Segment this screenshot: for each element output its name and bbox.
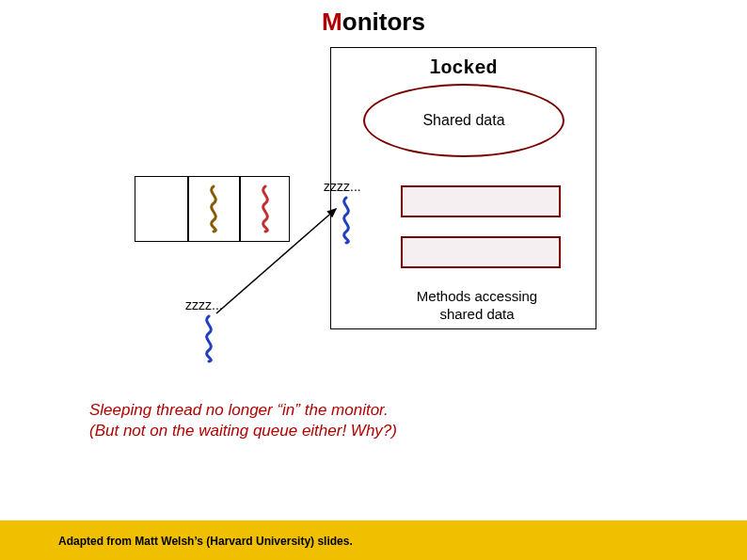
methods-caption: Methods accessing shared data <box>383 288 571 324</box>
footer-attribution: Adapted from Matt Welsh’s (Harvard Unive… <box>58 535 353 548</box>
shared-data-ellipse: Shared data <box>363 84 564 157</box>
arrow-sleeping-thread <box>212 205 348 318</box>
svg-line-0 <box>216 209 336 313</box>
slide-title: Monitors <box>0 8 747 37</box>
method-slot-1 <box>401 185 561 217</box>
explanation-text: Sleeping thread no longer “in” the monit… <box>89 400 397 441</box>
locked-label: locked <box>331 57 596 79</box>
title-rest: onitors <box>342 8 425 36</box>
waiting-queue-divider-1 <box>187 177 189 241</box>
explanation-line1: Sleeping thread no longer “in” the monit… <box>89 401 389 419</box>
title-prefix: M <box>322 8 342 36</box>
methods-caption-line2: shared data <box>439 306 514 322</box>
shared-data-label: Shared data <box>422 112 504 129</box>
monitor-box: locked Shared data Methods accessing sha… <box>330 47 596 329</box>
methods-caption-line1: Methods accessing <box>417 288 537 304</box>
sleep-label-1: zzzz... <box>324 179 361 194</box>
method-slot-2 <box>401 236 561 268</box>
explanation-line2: (But not on the waiting queue either! Wh… <box>89 422 397 440</box>
thread-squiggle-blue-2 <box>199 314 218 363</box>
